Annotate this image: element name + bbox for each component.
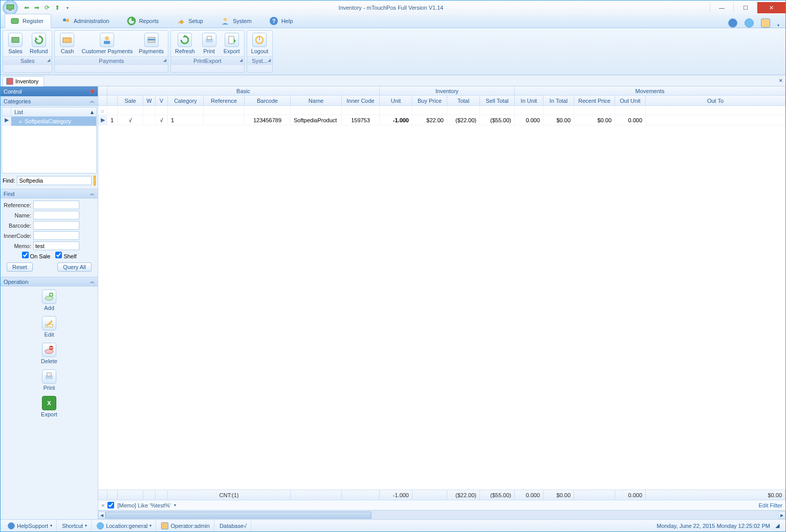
collapse-icon[interactable]: ︽ bbox=[90, 98, 95, 104]
collapse-icon[interactable]: ︽ bbox=[90, 190, 95, 197]
refund-button[interactable]: Refund bbox=[27, 32, 51, 55]
barcode-input[interactable] bbox=[33, 221, 79, 230]
memo-input[interactable] bbox=[33, 241, 79, 250]
tab-help[interactable]: ? Help bbox=[264, 14, 300, 28]
resize-grip-icon[interactable]: ◢ bbox=[775, 522, 782, 529]
status-operator[interactable]: Operator:admin bbox=[157, 520, 214, 531]
refresh-button[interactable]: Refresh bbox=[172, 32, 198, 55]
delete-button[interactable]: Delete bbox=[41, 343, 57, 364]
payments-button[interactable]: Payments bbox=[136, 32, 167, 55]
pin-icon[interactable]: 📌 bbox=[89, 89, 95, 94]
tab-setup[interactable]: Setup bbox=[171, 14, 210, 28]
col-outunit[interactable]: Out Unit bbox=[615, 96, 646, 105]
filter-enable-checkbox[interactable] bbox=[107, 502, 114, 508]
qat-refresh-icon[interactable]: ⟳ bbox=[42, 3, 52, 12]
col-outtotal[interactable]: Out To bbox=[646, 96, 785, 105]
qat-forward-icon[interactable]: ➡ bbox=[32, 3, 41, 12]
print-op-button[interactable]: Print bbox=[42, 369, 56, 391]
print-button[interactable]: Print bbox=[198, 32, 221, 55]
status-shortcut[interactable]: Shortcut▾ bbox=[58, 520, 92, 531]
panel-operation-header[interactable]: Operation ︽ bbox=[1, 277, 98, 286]
qat-up-icon[interactable]: ⬆ bbox=[53, 3, 62, 12]
scroll-left-icon[interactable]: ◀ bbox=[98, 512, 105, 519]
launcher-icon[interactable]: ◢ bbox=[239, 58, 243, 62]
logout-button[interactable]: Logout bbox=[248, 32, 272, 55]
scroll-right-icon[interactable]: ▶ bbox=[778, 512, 785, 519]
col-v[interactable]: V bbox=[156, 96, 168, 105]
edit-filter-link[interactable]: Edit Filter bbox=[759, 502, 782, 508]
filter-expression: [Memo] Like '%test%' bbox=[117, 502, 170, 508]
onsale-checkbox[interactable]: On Sale bbox=[22, 252, 51, 259]
col-reference[interactable]: Reference bbox=[204, 96, 245, 105]
name-input[interactable] bbox=[33, 211, 79, 219]
horizontal-scrollbar[interactable]: ◀ ▶ bbox=[98, 510, 785, 519]
col-barcode[interactable]: Barcode bbox=[245, 96, 291, 105]
band-movements[interactable]: Movements bbox=[515, 86, 785, 95]
export-button[interactable]: Export bbox=[221, 32, 243, 55]
col-name[interactable]: Name bbox=[291, 96, 342, 105]
shelf-checkbox[interactable]: Shelf bbox=[55, 252, 76, 259]
tab-administration[interactable]: Administration bbox=[56, 14, 117, 28]
ribbon-style-chevron-icon[interactable]: ▾ bbox=[777, 23, 779, 28]
reset-button[interactable]: Reset bbox=[7, 262, 33, 272]
panel-find-header[interactable]: Find ︽ bbox=[1, 189, 98, 198]
sales-button[interactable]: Sales bbox=[4, 32, 27, 55]
category-tree[interactable]: List▲ ▶ ▹SoftpediaCategory bbox=[2, 107, 97, 173]
table-row[interactable]: ▶ 1 √ √ 1 123456789 SoftpediaProduct 159… bbox=[98, 115, 785, 125]
qat-back-icon[interactable]: ⬅ bbox=[22, 3, 31, 12]
filter-dropdown-icon[interactable]: ▾ bbox=[174, 503, 176, 507]
minimize-button[interactable]: — bbox=[710, 2, 733, 13]
col-selltotal[interactable]: Sell Total bbox=[480, 96, 515, 105]
panel-control-header[interactable]: Control 📌 bbox=[1, 86, 98, 96]
ribbon-style-icon[interactable] bbox=[761, 18, 770, 28]
col-total[interactable]: Total bbox=[447, 96, 480, 105]
col-category[interactable]: Category bbox=[168, 96, 204, 105]
panel-categories-header[interactable]: Categories ︽ bbox=[1, 96, 98, 106]
col-buyprice[interactable]: Buy Price bbox=[412, 96, 447, 105]
grid-autofilter-row[interactable]: ⌕ bbox=[98, 106, 785, 115]
maximize-button[interactable]: ☐ bbox=[733, 2, 757, 13]
close-button[interactable]: ✕ bbox=[757, 2, 785, 13]
status-location[interactable]: Location:general▾ bbox=[93, 520, 156, 531]
qat-dropdown-icon[interactable]: ▾ bbox=[63, 3, 72, 12]
launcher-icon[interactable]: ◢ bbox=[268, 58, 271, 62]
innercode-input[interactable] bbox=[33, 231, 79, 240]
category-row[interactable]: ▶ ▹SoftpediaCategory bbox=[2, 117, 96, 126]
col-sale[interactable]: Sale bbox=[118, 96, 143, 105]
scroll-thumb[interactable] bbox=[105, 512, 372, 519]
launcher-icon[interactable]: ◢ bbox=[47, 58, 50, 62]
category-tree-header[interactable]: List▲ bbox=[2, 107, 96, 117]
customer-payments-button[interactable]: Customer Payments bbox=[78, 32, 136, 55]
band-basic[interactable]: Basic bbox=[107, 86, 380, 95]
ribbon-globe-icon[interactable] bbox=[745, 18, 754, 28]
export-op-button[interactable]: XExport bbox=[41, 396, 57, 417]
cash-button[interactable]: Cash bbox=[56, 32, 78, 55]
status-help[interactable]: HelpSupport▾ bbox=[4, 520, 57, 531]
filter-close-button[interactable]: × bbox=[101, 502, 104, 508]
col-w[interactable]: W bbox=[143, 96, 156, 105]
close-tab-button[interactable]: × bbox=[779, 77, 782, 83]
edit-button[interactable]: Edit bbox=[42, 316, 56, 338]
tab-system[interactable]: System bbox=[215, 14, 259, 28]
collapse-icon[interactable]: ︽ bbox=[90, 278, 95, 285]
tab-reports[interactable]: Reports bbox=[122, 14, 166, 28]
band-inventory[interactable]: Inventory bbox=[380, 86, 515, 95]
col-recentprice[interactable]: Recent Price bbox=[574, 96, 615, 105]
users-icon bbox=[61, 16, 71, 26]
launcher-icon[interactable]: ◢ bbox=[163, 58, 166, 62]
col-innercode[interactable]: Inner Code bbox=[342, 96, 380, 105]
col-unit[interactable]: Unit bbox=[380, 96, 412, 105]
reference-input[interactable] bbox=[33, 201, 79, 209]
add-button[interactable]: Add bbox=[42, 290, 56, 311]
ribbon-help-icon[interactable] bbox=[728, 18, 737, 28]
tab-inventory[interactable]: Inventory bbox=[3, 76, 44, 86]
col-intotal[interactable]: In Total bbox=[543, 96, 574, 105]
sort-asc-icon[interactable]: ▲ bbox=[88, 109, 96, 115]
col-inunit[interactable]: In Unit bbox=[515, 96, 543, 105]
tab-register[interactable]: Register bbox=[5, 14, 51, 28]
app-orb-button[interactable] bbox=[3, 0, 18, 15]
find-input[interactable] bbox=[17, 176, 92, 185]
find-go-button[interactable] bbox=[94, 175, 96, 186]
category-node[interactable]: ▹SoftpediaCategory bbox=[11, 117, 96, 126]
query-all-button[interactable]: Query All bbox=[57, 262, 92, 272]
